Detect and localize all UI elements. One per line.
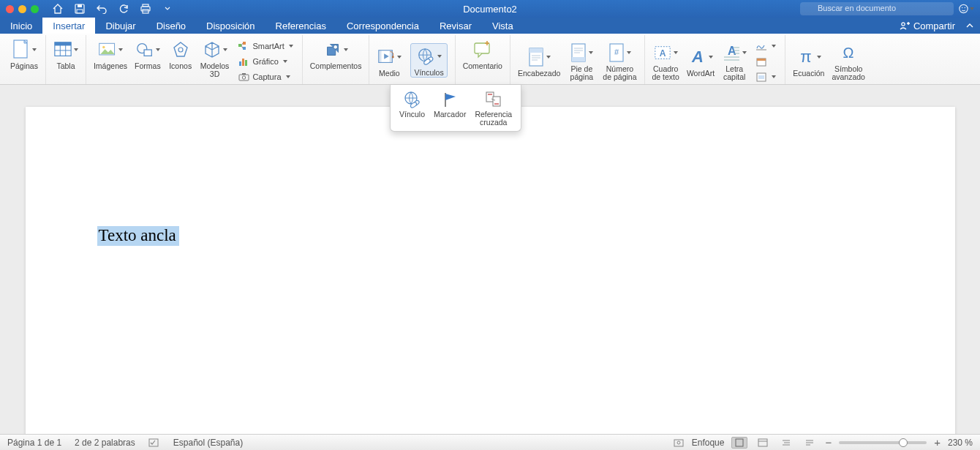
- close-window-button[interactable]: [6, 5, 14, 13]
- page[interactable]: Texto ancla: [26, 107, 955, 434]
- outline-view[interactable]: [778, 437, 794, 449]
- bookmark-button[interactable]: Marcador: [429, 88, 470, 128]
- print-icon[interactable]: [140, 3, 151, 15]
- addin-icon: [323, 38, 348, 61]
- svg-rect-29: [239, 75, 249, 80]
- svg-point-6: [960, 4, 968, 12]
- svg-rect-64: [757, 59, 766, 61]
- web-layout-view[interactable]: [755, 437, 771, 449]
- tab-dibujar[interactable]: Dibujar: [95, 18, 146, 34]
- crossref-icon: [483, 89, 505, 110]
- tab-correspondencia[interactable]: Correspondencia: [336, 18, 429, 34]
- svg-point-7: [962, 7, 963, 9]
- minimize-window-button[interactable]: [18, 5, 26, 13]
- chart-icon: [238, 56, 249, 67]
- text-box-button[interactable]: A Cuadro de texto: [652, 40, 679, 81]
- comment-icon: [470, 38, 495, 61]
- spellcheck-icon[interactable]: [148, 438, 160, 448]
- svg-line-24: [241, 43, 243, 45]
- media-button[interactable]: Medio: [377, 44, 402, 78]
- equation-button[interactable]: π Ecuación: [793, 44, 824, 78]
- 3d-models-button[interactable]: Modelos 3D: [200, 37, 230, 78]
- icons-icon: [168, 38, 193, 61]
- svg-point-30: [242, 75, 245, 78]
- header-icon: [527, 45, 551, 69]
- zoom-slider-thumb[interactable]: [899, 438, 908, 447]
- zoom-out-button[interactable]: −: [825, 436, 832, 449]
- redo-icon[interactable]: [118, 3, 129, 15]
- zoom-level[interactable]: 230 %: [948, 438, 973, 448]
- cross-reference-button[interactable]: Referencia cruzada: [470, 88, 516, 128]
- selected-text[interactable]: Texto ancla: [97, 226, 179, 246]
- save-icon[interactable]: [74, 3, 86, 15]
- svg-point-20: [178, 48, 183, 52]
- focus-mode[interactable]: Enfoque: [692, 438, 725, 448]
- share-button[interactable]: Compartir: [894, 20, 961, 31]
- header-button[interactable]: Encabezado: [518, 44, 560, 78]
- tab-inicio[interactable]: Inicio: [0, 18, 42, 34]
- search-input[interactable]: Buscar en documento: [800, 2, 954, 15]
- signature-line-button[interactable]: [754, 40, 777, 53]
- object-icon: [755, 71, 767, 83]
- footer-button[interactable]: Pie de página: [569, 40, 594, 81]
- maximize-window-button[interactable]: [31, 5, 39, 13]
- svg-rect-22: [243, 42, 246, 45]
- page-icon: [12, 38, 37, 61]
- svg-point-36: [392, 56, 394, 58]
- tab-disposicion[interactable]: Disposición: [196, 18, 265, 34]
- page-number-button[interactable]: # Número de página: [603, 40, 636, 81]
- textbox-icon: A: [653, 41, 678, 64]
- collapse-ribbon-button[interactable]: [964, 23, 976, 29]
- tab-insertar[interactable]: Insertar: [42, 18, 95, 34]
- svg-rect-66: [758, 75, 764, 79]
- home-icon[interactable]: [52, 3, 64, 15]
- pages-button[interactable]: Páginas: [10, 37, 38, 70]
- svg-rect-26: [239, 61, 241, 66]
- undo-icon[interactable]: [96, 3, 108, 15]
- draft-view[interactable]: [802, 437, 818, 449]
- language-indicator[interactable]: Español (España): [173, 438, 243, 448]
- word-count[interactable]: 2 de 2 palabras: [75, 438, 135, 448]
- media-icon: [377, 45, 402, 69]
- footer-icon: [569, 41, 594, 64]
- pictures-button[interactable]: Imágenes: [94, 37, 127, 70]
- tab-referencias[interactable]: Referencias: [265, 18, 336, 34]
- svg-rect-34: [379, 50, 382, 62]
- wordart-button[interactable]: A WordArt: [687, 44, 715, 78]
- page-indicator[interactable]: Página 1 de 1: [7, 438, 61, 448]
- pi-icon: π: [796, 45, 821, 69]
- svg-rect-78: [674, 440, 683, 446]
- qat-customize-icon[interactable]: [162, 3, 173, 15]
- chart-button[interactable]: Gráfico: [236, 54, 294, 68]
- print-layout-view[interactable]: [731, 437, 747, 449]
- comment-button[interactable]: Comentario: [463, 37, 502, 70]
- table-button[interactable]: Tabla: [53, 37, 78, 70]
- drop-cap-button[interactable]: A Letra capital: [722, 40, 747, 81]
- flag-icon: [439, 89, 461, 110]
- svg-text:#: #: [614, 48, 619, 56]
- tab-diseno[interactable]: Diseño: [146, 18, 196, 34]
- object-button[interactable]: [754, 70, 777, 84]
- icons-button[interactable]: Iconos: [168, 37, 193, 70]
- accessibility-icon[interactable]: [673, 438, 685, 448]
- ribbon: Páginas Tabla Imágenes Formas Iconos Mod…: [0, 34, 980, 85]
- symbol-button[interactable]: Ω Símbolo avanzado: [832, 40, 865, 81]
- zoom-in-button[interactable]: +: [934, 436, 941, 449]
- hyperlink-button[interactable]: Vínculo: [395, 88, 429, 128]
- status-bar: Página 1 de 1 2 de 2 palabras Español (E…: [0, 434, 980, 450]
- date-time-button[interactable]: [754, 55, 777, 69]
- screenshot-button[interactable]: Captura: [236, 70, 294, 83]
- shapes-button[interactable]: Formas: [135, 37, 161, 70]
- addins-button[interactable]: Complementos: [310, 37, 362, 70]
- links-button[interactable]: Vínculos: [410, 43, 447, 78]
- svg-rect-42: [529, 48, 543, 53]
- feedback-icon[interactable]: [958, 2, 974, 15]
- ribbon-tabs: Inicio Insertar Dibujar Diseño Disposici…: [0, 18, 980, 34]
- smartart-button[interactable]: SmartArt: [236, 39, 294, 53]
- tab-revisar[interactable]: Revisar: [429, 18, 482, 34]
- document-area[interactable]: Texto ancla: [0, 85, 980, 434]
- zoom-slider[interactable]: [839, 441, 927, 444]
- svg-point-71: [410, 102, 417, 108]
- tab-vista[interactable]: Vista: [482, 18, 524, 34]
- svg-point-32: [333, 45, 338, 50]
